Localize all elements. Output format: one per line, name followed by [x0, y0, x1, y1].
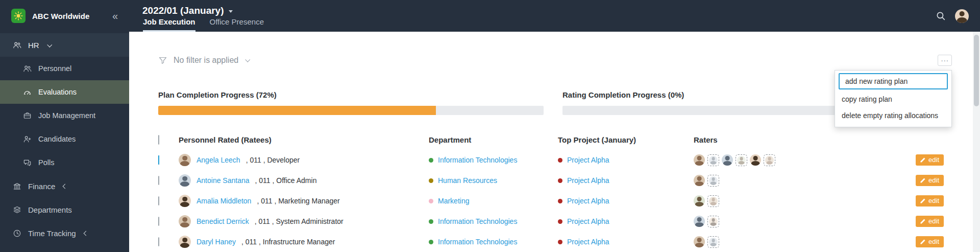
- ratee-name-link[interactable]: Benedict Derrick: [197, 217, 249, 225]
- department-dot: [429, 178, 433, 183]
- period-selector[interactable]: 2022/01 (January): [142, 5, 980, 16]
- plan-progress: Plan Completion Progress (72%): [158, 90, 544, 115]
- edit-button[interactable]: edit: [916, 154, 944, 166]
- menu-item-add-rating-plan[interactable]: add new rating plan: [839, 73, 948, 89]
- rater-placeholder[interactable]: [707, 195, 719, 207]
- rater-avatar[interactable]: [694, 175, 705, 186]
- ratee-name-link[interactable]: Daryl Haney: [197, 238, 236, 246]
- sidebar-item-finance[interactable]: Finance: [0, 174, 129, 198]
- clock-icon: [12, 228, 21, 238]
- table-body: Angela Leech, 011 , Developer Informatio…: [158, 150, 952, 252]
- project-link[interactable]: Project Alpha: [567, 238, 609, 246]
- rater-placeholder[interactable]: [736, 154, 747, 166]
- filter-selector[interactable]: No filter is applied: [158, 56, 249, 65]
- department-link[interactable]: Information Technologies: [438, 238, 517, 246]
- ratee-avatar: [179, 154, 191, 166]
- user-avatar[interactable]: [955, 9, 969, 23]
- sidebar-item-personnel[interactable]: Personnel: [0, 57, 129, 80]
- row-checkbox[interactable]: [158, 217, 159, 226]
- table-row: Angela Leech, 011 , Developer Informatio…: [158, 150, 952, 170]
- briefcase-icon: [22, 111, 32, 120]
- ratee-name-link[interactable]: Antoine Santana: [197, 176, 250, 185]
- ratees-table: Personnel Rated (Ratees) Department Top …: [158, 129, 952, 252]
- col-header-project: Top Project (January): [558, 135, 694, 144]
- pencil-icon: [920, 177, 926, 184]
- tab-job-execution[interactable]: Job Execution: [143, 17, 195, 32]
- project-link[interactable]: Project Alpha: [567, 197, 609, 205]
- project-link[interactable]: Project Alpha: [567, 156, 609, 164]
- project-dot: [558, 199, 562, 203]
- sidebar-item-time-tracking[interactable]: Time Tracking: [0, 221, 129, 245]
- sidebar-item-hr[interactable]: HR: [0, 33, 129, 57]
- edit-button[interactable]: edit: [916, 216, 944, 227]
- sidebar-nav: HR Personnel Evaluations Job Management: [0, 33, 129, 245]
- persons-icon: [22, 64, 32, 73]
- funnel-icon: [158, 56, 167, 65]
- rater-avatar[interactable]: [694, 236, 705, 247]
- department-dot: [429, 199, 433, 203]
- chat-icon: [22, 158, 32, 167]
- progress-section: Plan Completion Progress (72%) Rating Co…: [158, 90, 952, 115]
- project-link[interactable]: Project Alpha: [567, 217, 609, 225]
- chevron-left-icon: [83, 231, 88, 236]
- rater-placeholder[interactable]: [764, 154, 775, 166]
- rater-avatar[interactable]: [694, 216, 705, 227]
- top-header: 2022/01 (January) Job Execution Office P…: [129, 0, 980, 32]
- row-checkbox[interactable]: [158, 196, 159, 205]
- col-header-raters: Raters: [694, 135, 891, 144]
- department-link[interactable]: Human Resources: [438, 176, 497, 185]
- sidebar-item-label: Job Management: [38, 111, 95, 120]
- gauge-icon: [22, 87, 32, 97]
- sidebar-item-job-management[interactable]: Job Management: [0, 104, 129, 127]
- raters-cell: [694, 175, 891, 187]
- person-add-icon: [22, 134, 32, 144]
- rater-avatar[interactable]: [750, 154, 761, 166]
- rater-avatar[interactable]: [722, 154, 733, 166]
- rater-avatar[interactable]: [694, 195, 705, 207]
- sidebar-item-polls[interactable]: Polls: [0, 151, 129, 174]
- table-row: Antoine Santana, 011 , Office Admin Huma…: [158, 170, 952, 191]
- vertical-scrollbar[interactable]: [973, 32, 980, 252]
- chevron-left-icon: [63, 184, 68, 189]
- edit-button[interactable]: edit: [916, 236, 944, 247]
- toolbar: No filter is applied ...: [158, 54, 952, 66]
- search-icon[interactable]: [936, 11, 946, 21]
- select-all-checkbox[interactable]: [158, 135, 159, 145]
- menu-item-copy-rating-plan[interactable]: copy rating plan: [835, 91, 951, 107]
- edit-button[interactable]: edit: [916, 195, 944, 207]
- row-checkbox[interactable]: [158, 176, 159, 185]
- company-name: ABC Worldwide: [32, 12, 104, 20]
- department-link[interactable]: Information Technologies: [438, 156, 517, 164]
- ratee-details: , 011 , System Administrator: [255, 217, 344, 225]
- header-actions: [936, 0, 969, 32]
- tab-office-presence[interactable]: Office Presence: [210, 17, 264, 32]
- department-link[interactable]: Marketing: [438, 197, 469, 205]
- sidebar-item-candidates[interactable]: Candidates: [0, 127, 129, 151]
- ratee-details: , 011 , Developer: [246, 156, 300, 164]
- sidebar-collapse-icon[interactable]: «: [110, 10, 120, 22]
- project-dot: [558, 178, 562, 183]
- row-checkbox[interactable]: [158, 155, 159, 165]
- scrollbar-thumb[interactable]: [974, 35, 979, 106]
- rater-avatar[interactable]: [694, 154, 705, 166]
- row-checkbox[interactable]: [158, 237, 159, 246]
- ratee-avatar: [179, 236, 191, 248]
- sidebar-item-evaluations[interactable]: Evaluations: [0, 80, 129, 104]
- project-link[interactable]: Project Alpha: [567, 176, 609, 185]
- rater-placeholder[interactable]: [707, 236, 719, 248]
- more-actions-button[interactable]: ...: [938, 55, 952, 66]
- edit-button[interactable]: edit: [916, 175, 944, 186]
- department-dot: [429, 158, 433, 163]
- rater-placeholder[interactable]: [707, 154, 719, 166]
- layers-icon: [12, 205, 21, 214]
- ratee-name-link[interactable]: Amalia Middleton: [197, 197, 251, 205]
- department-link[interactable]: Information Technologies: [438, 217, 517, 225]
- plan-progress-label: Plan Completion Progress (72%): [158, 90, 544, 99]
- plan-progress-fill: [158, 106, 436, 115]
- rater-placeholder[interactable]: [707, 216, 719, 227]
- rater-placeholder[interactable]: [707, 175, 719, 187]
- ratee-name-link[interactable]: Angela Leech: [197, 156, 240, 164]
- col-header-personnel: Personnel Rated (Ratees): [179, 135, 429, 144]
- menu-item-delete-empty-allocations[interactable]: delete empty rating allocations: [835, 107, 951, 124]
- sidebar-item-departments[interactable]: Departments: [0, 198, 129, 221]
